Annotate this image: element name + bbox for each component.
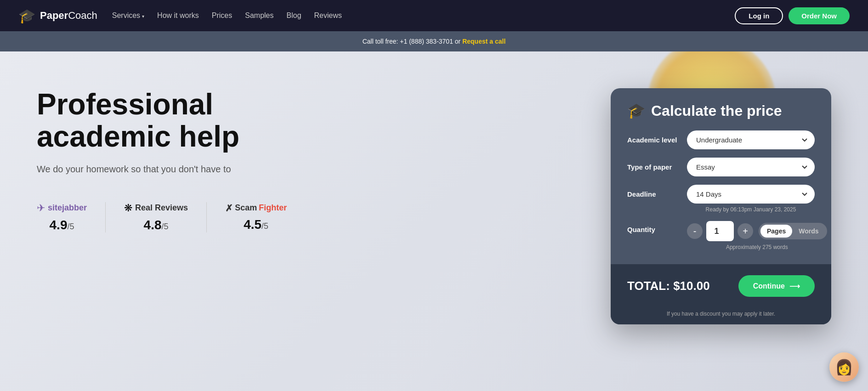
- calc-title-text: Calculate the price: [651, 102, 782, 119]
- order-now-button[interactable]: Order Now: [789, 7, 850, 24]
- services-chevron-icon: ▾: [142, 14, 144, 19]
- pages-toggle-button[interactable]: Pages: [760, 225, 792, 238]
- academic-level-select[interactable]: Undergraduate High School Graduate PhD: [687, 130, 815, 149]
- hero-section: Professional academic help We do your ho…: [0, 51, 868, 391]
- real-reviews-name: Real Reviews: [135, 203, 188, 213]
- sitejabber-score: 4.9/5: [50, 218, 74, 232]
- services-nav-item[interactable]: Services ▾: [112, 11, 144, 20]
- quantity-decrement-button[interactable]: -: [687, 223, 703, 239]
- pages-words-toggle: Pages Words: [759, 223, 827, 239]
- deadline-select[interactable]: 14 Days 3 Hours 6 Hours 12 Hours 24 Hour…: [687, 185, 815, 204]
- academic-level-field: Academic level Undergraduate High School…: [627, 130, 815, 149]
- real-reviews-icon: ❋: [124, 202, 132, 214]
- chat-avatar-emoji: 👩: [835, 358, 853, 376]
- quantity-input[interactable]: [706, 221, 734, 241]
- hero-title: Professional academic help: [37, 88, 312, 153]
- reviews-nav-item[interactable]: Reviews: [314, 11, 342, 20]
- scamfighter-logo: ✗ ScamFighter: [225, 203, 287, 214]
- quantity-label: Quantity: [627, 221, 687, 233]
- login-button[interactable]: Log in: [735, 7, 783, 24]
- calc-title: 🎓 Calculate the price: [627, 102, 815, 119]
- rating-real-reviews: ❋ Real Reviews 4.8/5: [106, 202, 207, 232]
- quantity-field: Quantity - + Pages Words Approximately 2…: [627, 221, 815, 250]
- type-of-paper-label: Type of paper: [627, 163, 687, 171]
- services-label: Services: [112, 11, 140, 20]
- sitejabber-logo: ✈ sitejabber: [37, 202, 87, 214]
- quantity-controls: - + Pages Words: [687, 221, 827, 241]
- sitejabber-name: sitejabber: [48, 203, 87, 213]
- quantity-wrapper: - + Pages Words Approximately 275 words: [687, 221, 827, 250]
- real-reviews-score: 4.8/5: [144, 218, 169, 232]
- navbar-right: Log in Order Now: [735, 7, 850, 24]
- calc-header: 🎓 Calculate the price: [611, 88, 831, 130]
- chat-avatar[interactable]: 👩: [829, 352, 859, 382]
- blog-nav-item[interactable]: Blog: [287, 11, 301, 20]
- banner-text: Call toll free: +1 (888) 383-3701 or: [363, 38, 463, 45]
- hero-subtitle: We do your homework so that you don't ha…: [37, 164, 312, 175]
- discount-note: If you have a discount you may apply it …: [611, 306, 831, 324]
- calc-total: TOTAL: $10.00: [627, 279, 710, 293]
- words-toggle-button[interactable]: Words: [792, 225, 825, 238]
- scamfighter-score: 4.5/5: [244, 217, 268, 232]
- calc-title-icon: 🎓: [627, 102, 646, 119]
- rating-scamfighter: ✗ ScamFighter 4.5/5: [207, 203, 287, 232]
- type-of-paper-field: Type of paper Essay Research Paper Term …: [627, 158, 815, 176]
- real-reviews-logo: ❋ Real Reviews: [124, 202, 188, 214]
- brand-name: PaperCoach: [40, 10, 97, 22]
- scamfighter-fighter: Fighter: [259, 203, 287, 213]
- brand-logo-icon: 🎓: [18, 8, 35, 24]
- scamfighter-name: Scam: [235, 203, 257, 213]
- continue-arrow-icon: ⟶: [789, 282, 800, 290]
- calc-body: Academic level Undergraduate High School…: [611, 130, 831, 264]
- calc-footer: TOTAL: $10.00 Continue ⟶: [611, 264, 831, 306]
- continue-button[interactable]: Continue ⟶: [738, 275, 815, 297]
- deadline-field: Deadline 14 Days 3 Hours 6 Hours 12 Hour…: [627, 185, 815, 213]
- deadline-note: Ready by 06:13pm January 23, 2025: [687, 206, 815, 213]
- hero-left: Professional academic help We do your ho…: [37, 88, 312, 232]
- type-of-paper-select[interactable]: Essay Research Paper Term Paper Disserta…: [687, 158, 815, 176]
- brand-logo-link[interactable]: 🎓 PaperCoach: [18, 8, 97, 24]
- deadline-wrapper: 14 Days 3 Hours 6 Hours 12 Hours 24 Hour…: [687, 185, 815, 213]
- sitejabber-icon: ✈: [37, 202, 45, 214]
- samples-nav-item[interactable]: Samples: [245, 11, 273, 20]
- prices-nav-item[interactable]: Prices: [212, 11, 232, 20]
- how-it-works-nav-item[interactable]: How it works: [157, 11, 199, 20]
- top-banner: Call toll free: +1 (888) 383-3701 or Req…: [0, 31, 868, 51]
- ratings-row: ✈ sitejabber 4.9/5 ❋ Real Reviews 4.8/5: [37, 202, 312, 232]
- continue-label: Continue: [753, 282, 785, 290]
- scamfighter-x-icon: ✗: [225, 203, 233, 214]
- quantity-note: Approximately 275 words: [687, 244, 827, 250]
- rating-sitejabber: ✈ sitejabber 4.9/5: [37, 202, 106, 232]
- calculator-card: 🎓 Calculate the price Academic level Und…: [611, 88, 831, 324]
- navbar: 🎓 PaperCoach Services ▾ How it works Pri…: [0, 0, 868, 31]
- academic-level-label: Academic level: [627, 136, 687, 144]
- deadline-label: Deadline: [627, 185, 687, 198]
- nav-links: Services ▾ How it works Prices Samples B…: [112, 11, 720, 20]
- quantity-increment-button[interactable]: +: [738, 223, 753, 239]
- request-call-link[interactable]: Request a call: [462, 38, 505, 45]
